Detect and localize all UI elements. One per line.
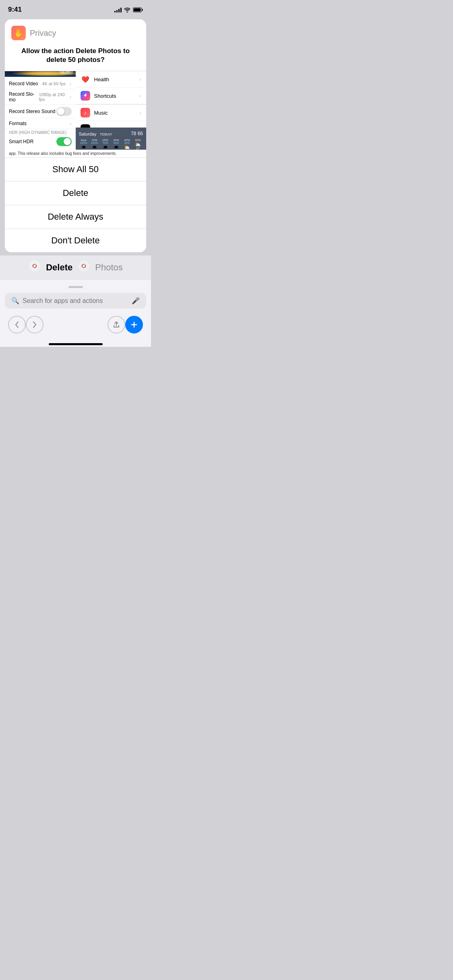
background-content: 2.9x Record Video 4K at 60 fps › Record …: [5, 71, 146, 150]
status-bar: 9:41: [0, 0, 151, 16]
weather-day: Saturday: [79, 132, 97, 136]
chevron-icon: ›: [70, 120, 72, 127]
bottom-delete-label: Delete: [46, 262, 72, 273]
privacy-title-row: ✋ Privacy: [11, 26, 140, 40]
wifi-icon: [124, 7, 130, 12]
weather-hour-5pm: 5PM ⛅ 77°: [133, 139, 143, 150]
bottom-toolbar: [0, 312, 151, 340]
home-bar: [49, 343, 103, 345]
weather-hour-1pm: 1PM 100% 🌧 70°: [90, 139, 99, 150]
camera-settings: Record Video 4K at 60 fps › Record Slo-m…: [5, 77, 76, 150]
bottom-app-bar: Delete Photos: [0, 255, 151, 279]
forward-button[interactable]: [26, 316, 43, 334]
app-row-tv[interactable]: tv TV ›: [76, 121, 147, 128]
weather-hour-2pm: 2PM 70% 🌧 72°: [101, 139, 110, 150]
search-icon: 🔍: [11, 297, 19, 305]
app-row-music[interactable]: ♪ Music ›: [76, 105, 147, 121]
status-icons: [114, 7, 143, 12]
record-stereo-toggle[interactable]: [56, 107, 72, 116]
svg-point-18: [33, 265, 36, 267]
camera-photo: 2.9x: [5, 71, 76, 77]
chevron-icon: ›: [139, 93, 141, 99]
music-app-name: Music: [94, 110, 136, 116]
app-row-health[interactable]: ❤️ Health ›: [76, 71, 147, 88]
photos-icon-right: [77, 259, 90, 275]
formats-label: Formats: [9, 121, 27, 126]
add-button[interactable]: [125, 316, 143, 334]
record-stereo-row[interactable]: Record Stereo Sound: [5, 105, 76, 118]
show-all-button[interactable]: Show All 50: [5, 157, 146, 181]
dialog-header: ✋ Privacy Allow the action Delete Photos…: [5, 19, 146, 71]
weather-low: 66: [138, 131, 143, 136]
delete-always-button[interactable]: Delete Always: [5, 205, 146, 229]
share-button[interactable]: [108, 316, 125, 334]
record-video-label: Record Video: [9, 81, 38, 86]
shortcuts-app-icon: [81, 91, 90, 101]
home-indicator: [0, 340, 151, 347]
shortcuts-bar: 🔍 🎤: [0, 279, 151, 312]
photos-icon-left: [28, 259, 41, 275]
hand-icon: ✋: [14, 28, 24, 38]
smart-hdr-label: Smart HDR: [9, 139, 33, 144]
record-slomo-value: 1080p at 240 fps: [39, 92, 70, 102]
status-time: 9:41: [8, 6, 22, 14]
formats-row[interactable]: Formats ›: [5, 118, 76, 129]
svg-rect-2: [134, 8, 141, 11]
weather-hour-now: Now 100% 🌧 70°: [79, 139, 89, 150]
weather-hour-3pm: 3PM 40% 🌧 72°: [112, 139, 121, 150]
smart-hdr-toggle[interactable]: [56, 137, 72, 146]
dialog-buttons: Show All 50 Delete Delete Always Don't D…: [5, 157, 146, 252]
camera-panel: 2.9x Record Video 4K at 60 fps › Record …: [5, 71, 76, 150]
apps-list: ❤️ Health › Shortcuts › ♪ Music: [76, 71, 147, 128]
search-bar[interactable]: 🔍 🎤: [5, 293, 146, 309]
weather-temps: 78 66: [131, 131, 143, 136]
weather-day-row: Saturday TODAY 78 66: [79, 130, 143, 137]
weather-high: 78: [131, 131, 136, 136]
record-slomo-label: Record Slo-mo: [9, 91, 39, 103]
svg-point-26: [83, 265, 85, 267]
mic-icon[interactable]: 🎤: [132, 297, 140, 305]
health-app-icon: ❤️: [81, 74, 90, 84]
tv-app-icon: tv: [81, 124, 90, 128]
delete-button[interactable]: Delete: [5, 181, 146, 205]
drag-handle: [68, 286, 83, 288]
chevron-icon: ›: [139, 76, 141, 82]
chevron-icon: ›: [139, 109, 141, 116]
back-button[interactable]: [8, 316, 26, 334]
music-app-icon: ♪: [81, 108, 90, 117]
weather-hour-4pm: 4PM 30% ⛅ 73°: [122, 139, 132, 150]
health-app-name: Health: [94, 76, 136, 82]
app-update-text: app. This release also includes bug fixe…: [5, 150, 146, 157]
dialog-question: Allow the action Delete Photos to delete…: [11, 45, 140, 66]
privacy-label: Privacy: [30, 29, 56, 38]
weather-hourly: Now 100% 🌧 70° 1PM 100% 🌧 70° 2PM 70%: [79, 139, 143, 150]
right-panel: ❤️ Health › Shortcuts › ♪ Music: [76, 71, 147, 150]
dont-delete-button[interactable]: Don't Delete: [5, 229, 146, 252]
search-input[interactable]: [23, 297, 128, 305]
record-stereo-label: Record Stereo Sound: [9, 109, 55, 114]
record-video-value: 4K at 60 fps: [42, 81, 66, 86]
record-video-row: Record Video 4K at 60 fps ›: [5, 78, 76, 89]
smart-hdr-row[interactable]: Smart HDR: [5, 135, 76, 148]
weather-today-badge: TODAY: [100, 132, 112, 136]
weather-widget: Saturday TODAY 78 66 Now 100% 🌧 70°: [76, 128, 147, 150]
bottom-photos-label: Photos: [95, 262, 123, 273]
svg-rect-1: [142, 9, 143, 11]
privacy-dialog: ✋ Privacy Allow the action Delete Photos…: [5, 19, 146, 252]
zoom-badge: 2.9x: [59, 71, 73, 74]
app-row-shortcuts[interactable]: Shortcuts ›: [76, 88, 147, 104]
chevron-icon: ›: [70, 80, 72, 87]
privacy-icon: ✋: [11, 26, 26, 40]
hdr-section-label: HDR (HIGH DYNAMIC RANGE): [5, 129, 76, 135]
shortcuts-app-name: Shortcuts: [94, 93, 136, 99]
signal-icon: [114, 7, 122, 12]
chevron-icon: ›: [70, 94, 72, 100]
record-slomo-row: Record Slo-mo 1080p at 240 fps ›: [5, 89, 76, 105]
battery-icon: [133, 7, 143, 12]
